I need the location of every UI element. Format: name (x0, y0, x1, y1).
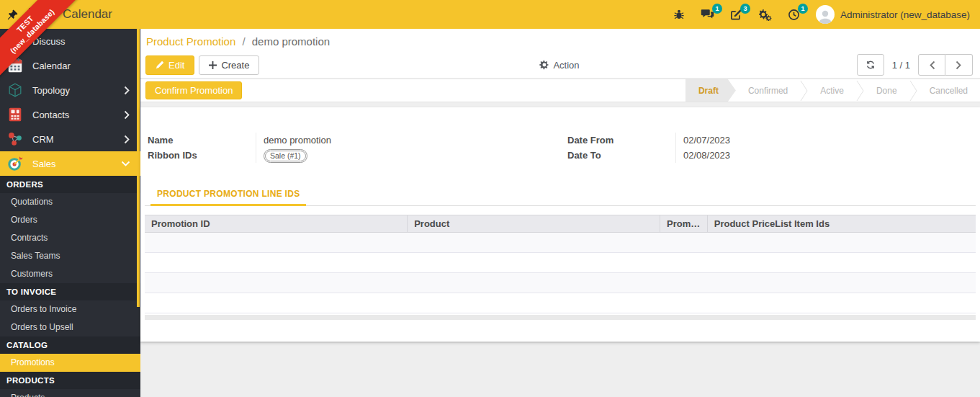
empty-table-row (145, 293, 976, 313)
plus-icon (209, 61, 217, 69)
topbar: Calendar 1 3 (0, 0, 980, 29)
field-label-name: Name (148, 133, 256, 148)
user-name: Administrator (new_database) (840, 9, 970, 20)
sidebar-item-sales-teams[interactable]: Sales Teams (0, 247, 140, 265)
sales-icon (6, 154, 24, 173)
sidebar-scrollbar[interactable] (137, 29, 140, 307)
notebook-tabs: PRODUCT PROMOTION LINE IDS (145, 182, 976, 206)
sidebar-item-orders[interactable]: Orders (0, 211, 140, 229)
sidebar: Discuss Calendar Topology Contacts (0, 29, 140, 397)
sidebar-section-orders: ORDERS (0, 176, 140, 193)
chevron-right-icon (956, 61, 962, 70)
panel-gap (140, 102, 980, 107)
chevron-down-icon (121, 161, 130, 167)
status-step-active[interactable]: Active (808, 79, 856, 102)
form-group-left: Name Ribbon IDs demo promotion Sale (#1) (148, 133, 560, 163)
sidebar-item-quotations[interactable]: Quotations (0, 193, 140, 211)
sidebar-item-label: Sales (32, 159, 56, 169)
gear-icon (539, 60, 549, 70)
sidebar-item-customers[interactable]: Customers (0, 265, 140, 283)
status-step-done[interactable]: Done (864, 79, 909, 102)
refresh-button[interactable] (857, 54, 884, 76)
sidebar-item-topology[interactable]: Topology (0, 78, 140, 102)
step-separator (856, 79, 864, 102)
field-value-date-from: 02/07/2023 (683, 133, 973, 148)
breadcrumb-divider: / (242, 35, 245, 48)
action-menu-label: Action (553, 60, 579, 71)
crm-icon (6, 130, 24, 148)
field-label-ribbon-ids: Ribbon IDs (148, 148, 256, 163)
breadcrumb-parent-link[interactable]: Product Promotion (146, 35, 235, 48)
create-button-label: Create (221, 60, 249, 71)
app-title: Calendar (63, 7, 112, 22)
topology-icon (6, 81, 24, 99)
notebook: PRODUCT PROMOTION LINE IDS Promotion ID … (145, 182, 976, 320)
column-header-product[interactable]: Product (408, 215, 660, 233)
field-value-name: demo promotion (264, 133, 560, 148)
promotion-lines-table: Promotion ID Product Promotio... Product… (145, 215, 976, 320)
step-separator (909, 79, 917, 102)
ribbon-tag: Sale (#1) (264, 149, 307, 163)
form-group-right: Date From Date To 02/07/2023 02/08/2023 (560, 133, 973, 163)
sidebar-item-label: Contacts (32, 110, 69, 120)
sidebar-item-products[interactable]: Products (0, 389, 140, 397)
column-header-promotion-id[interactable]: Promotion ID (145, 215, 408, 233)
sidebar-section-products: PRODUCTS (0, 372, 140, 389)
pager: 1 / 1 (857, 54, 973, 76)
status-step-draft[interactable]: Draft (685, 79, 736, 102)
settings-cogs-icon[interactable] (758, 9, 772, 21)
sidebar-item-orders-to-invoice[interactable]: Orders to Invoice (0, 300, 140, 318)
pager-previous-button[interactable] (918, 54, 945, 76)
pencil-icon (156, 61, 164, 69)
messages-badge: 1 (712, 4, 722, 14)
status-step-confirmed[interactable]: Confirmed (736, 79, 800, 102)
content: Product Promotion / demo promotion Edit … (140, 29, 980, 397)
activities-clock-icon[interactable]: 1 (788, 9, 800, 21)
debug-bug-icon[interactable] (673, 9, 685, 20)
chevron-left-icon (929, 61, 935, 70)
form-sheet: Name Ribbon IDs demo promotion Sale (#1)… (140, 107, 980, 342)
refresh-icon (866, 60, 876, 70)
field-label-date-from: Date From (567, 133, 675, 148)
field-value-ribbon-ids: Sale (#1) (264, 148, 560, 163)
user-menu[interactable]: Administrator (new_database) (816, 5, 970, 24)
edit-button[interactable]: Edit (145, 55, 194, 75)
contacts-icon (6, 105, 24, 124)
sidebar-item-contracts[interactable]: Contracts (0, 229, 140, 247)
messages-icon[interactable]: 1 (701, 9, 714, 20)
sidebar-item-contacts[interactable]: Contacts (0, 102, 140, 127)
step-separator (800, 79, 808, 102)
confirm-promotion-button[interactable]: Confirm Promotion (145, 81, 242, 99)
field-value-date-to: 02/08/2023 (683, 148, 973, 163)
control-panel: Product Promotion / demo promotion Edit … (140, 29, 980, 78)
tab-product-promotion-line-ids[interactable]: PRODUCT PROMOTION LINE IDS (150, 182, 306, 206)
pager-next-button[interactable] (945, 54, 973, 76)
sidebar-item-label: CRM (32, 134, 54, 145)
field-label-date-to: Date To (567, 148, 675, 163)
status-step-cancelled[interactable]: Cancelled (917, 79, 980, 102)
sidebar-item-label: Topology (32, 85, 70, 96)
column-header-pricelist-item-ids[interactable]: Product PriceList Item Ids (707, 215, 976, 233)
activities-badge: 1 (798, 4, 808, 14)
sidebar-section-to-invoice: TO INVOICE (0, 283, 140, 300)
chevron-right-icon (124, 135, 130, 144)
chevron-right-icon (124, 110, 130, 120)
sidebar-item-crm[interactable]: CRM (0, 127, 140, 151)
notes-icon[interactable]: 3 (730, 9, 742, 21)
sidebar-item-sales[interactable]: Sales (0, 151, 140, 176)
table-horizontal-scrollbar[interactable] (145, 315, 976, 320)
pager-value: 1 / 1 (892, 60, 910, 71)
avatar (816, 5, 835, 24)
sidebar-item-calendar[interactable]: Calendar (0, 53, 140, 78)
notes-badge: 3 (740, 4, 750, 14)
sidebar-item-orders-to-upsell[interactable]: Orders to Upsell (0, 318, 140, 336)
create-button[interactable]: Create (199, 55, 259, 75)
status-steps: Draft Confirmed Active Done Cancelled (685, 79, 980, 102)
pin-menu-icon[interactable] (7, 9, 18, 20)
breadcrumb-current: demo promotion (252, 35, 330, 48)
column-header-promotion-truncated[interactable]: Promotio... (660, 215, 707, 233)
sidebar-item-promotions[interactable]: Promotions (0, 354, 140, 372)
sidebar-section-catalog: CATALOG (0, 336, 140, 354)
action-menu-button[interactable]: Action (539, 60, 579, 71)
edit-button-label: Edit (168, 60, 184, 71)
